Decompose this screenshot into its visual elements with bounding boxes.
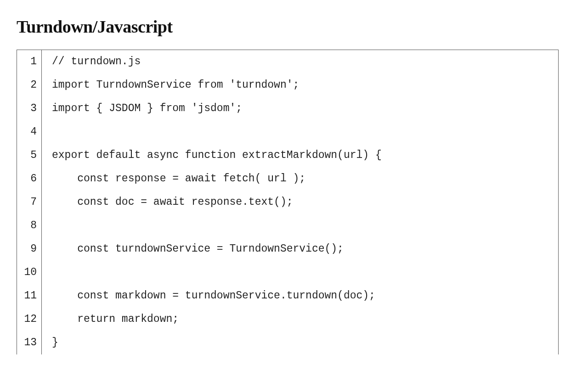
code-text[interactable]: const turndownService = TurndownService(… (42, 237, 558, 261)
line-number: 10 (17, 261, 42, 284)
code-text[interactable]: } (42, 331, 558, 354)
code-line: 2import TurndownService from 'turndown'; (17, 73, 558, 97)
code-line: 11 const markdown = turndownService.turn… (17, 284, 558, 308)
code-block[interactable]: 1// turndown.js2import TurndownService f… (17, 50, 559, 354)
section-heading: Turndown/Javascript (17, 17, 571, 37)
line-number: 8 (17, 214, 42, 237)
code-text[interactable] (42, 261, 558, 284)
code-line: 12 return markdown; (17, 308, 558, 331)
line-number: 4 (17, 120, 42, 144)
code-text[interactable]: import TurndownService from 'turndown'; (42, 73, 558, 97)
line-number: 2 (17, 73, 42, 97)
code-text[interactable]: // turndown.js (42, 50, 558, 73)
code-line: 5export default async function extractMa… (17, 144, 558, 167)
code-text[interactable]: const markdown = turndownService.turndow… (42, 284, 558, 308)
code-line: 8 (17, 214, 558, 237)
code-line: 6 const response = await fetch( url ); (17, 167, 558, 191)
line-number: 5 (17, 144, 42, 167)
code-line: 9 const turndownService = TurndownServic… (17, 237, 558, 261)
line-number: 9 (17, 237, 42, 261)
code-text[interactable]: return markdown; (42, 308, 558, 331)
code-line: 13} (17, 331, 558, 354)
code-text[interactable] (42, 214, 558, 237)
code-line: 4 (17, 120, 558, 144)
code-text[interactable]: const doc = await response.text(); (42, 191, 558, 214)
code-line: 1// turndown.js (17, 50, 558, 73)
line-number: 13 (17, 331, 42, 354)
line-number: 3 (17, 97, 42, 120)
line-number: 7 (17, 191, 42, 214)
page: Turndown/Javascript 1// turndown.js2impo… (0, 0, 588, 354)
code-text[interactable] (42, 120, 558, 144)
code-text[interactable]: import { JSDOM } from 'jsdom'; (42, 97, 558, 120)
line-number: 6 (17, 167, 42, 191)
code-line: 10 (17, 261, 558, 284)
line-number: 12 (17, 308, 42, 331)
line-number: 11 (17, 284, 42, 308)
code-line: 7 const doc = await response.text(); (17, 191, 558, 214)
code-text[interactable]: export default async function extractMar… (42, 144, 558, 167)
code-text[interactable]: const response = await fetch( url ); (42, 167, 558, 191)
line-number: 1 (17, 50, 42, 73)
code-line: 3import { JSDOM } from 'jsdom'; (17, 97, 558, 120)
